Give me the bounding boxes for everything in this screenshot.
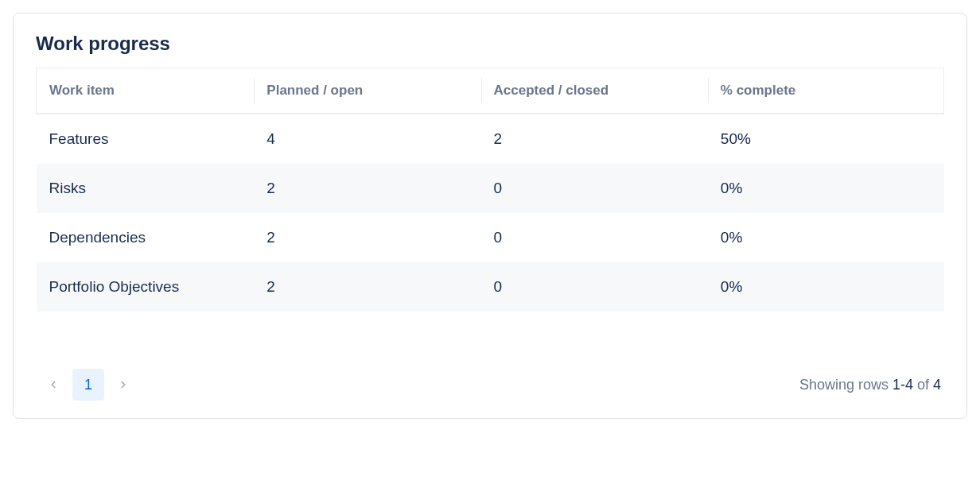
cell-planned-open: 2 [254, 164, 480, 213]
table-row: Features 4 2 50% [37, 114, 944, 164]
cell-percent-complete: 0% [708, 262, 944, 312]
cell-planned-open: 2 [254, 213, 480, 262]
col-header-accepted-closed[interactable]: Accepted / closed [481, 68, 708, 114]
cell-accepted-closed: 2 [481, 114, 708, 164]
table-row: Portfolio Objectives 2 0 0% [37, 262, 944, 312]
card-title: Work progress [36, 33, 944, 55]
chevron-left-icon [48, 379, 59, 390]
table-row: Risks 2 0 0% [37, 164, 944, 213]
col-header-percent-complete[interactable]: % complete [708, 68, 944, 114]
cell-percent-complete: 0% [708, 164, 944, 213]
cell-accepted-closed: 0 [481, 262, 708, 312]
rows-label: Showing rows [799, 377, 892, 393]
table-row: Dependencies 2 0 0% [37, 213, 944, 262]
cell-percent-complete: 0% [708, 213, 944, 262]
cell-planned-open: 4 [254, 114, 480, 164]
work-progress-card: Work progress Work item Planned / open A… [13, 13, 967, 419]
cell-work-item: Risks [37, 164, 255, 213]
pager: 1 [39, 369, 138, 401]
prev-page-button[interactable] [39, 370, 68, 399]
rows-showing-text: Showing rows 1-4 of 4 [799, 377, 941, 393]
cell-work-item: Dependencies [37, 213, 255, 262]
rows-range: 1-4 [892, 377, 913, 393]
chevron-right-icon [118, 379, 129, 390]
cell-percent-complete: 50% [708, 114, 944, 164]
rows-of: of [913, 377, 933, 393]
work-progress-table: Work item Planned / open Accepted / clos… [36, 68, 944, 312]
rows-total: 4 [933, 377, 941, 393]
col-header-work-item[interactable]: Work item [37, 68, 255, 114]
cell-work-item: Portfolio Objectives [37, 262, 255, 312]
table-header-row: Work item Planned / open Accepted / clos… [37, 68, 944, 114]
cell-accepted-closed: 0 [481, 213, 708, 262]
page-number-button[interactable]: 1 [72, 369, 104, 401]
cell-planned-open: 2 [254, 262, 480, 312]
cell-work-item: Features [37, 114, 255, 164]
col-header-planned-open[interactable]: Planned / open [254, 68, 480, 114]
cell-accepted-closed: 0 [481, 164, 708, 213]
pagination-bar: 1 Showing rows 1-4 of 4 [36, 369, 944, 401]
next-page-button[interactable] [109, 370, 138, 399]
